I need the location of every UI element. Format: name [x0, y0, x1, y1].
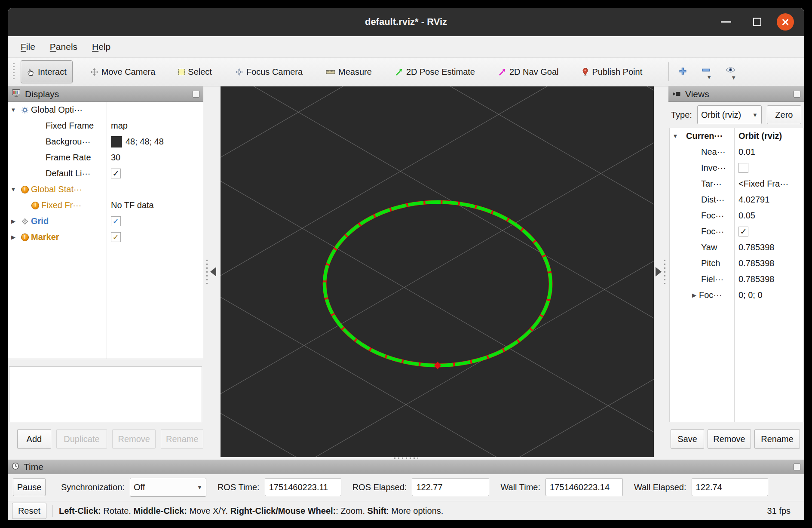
remove-tool-button[interactable]: ▼: [700, 64, 712, 80]
checkbox-unchecked[interactable]: [738, 163, 748, 173]
collapse-arrow-icon[interactable]: ▼: [670, 133, 681, 139]
expand-arrow-icon[interactable]: ▶: [8, 234, 19, 240]
tree-row-invert-z[interactable]: Inve···: [670, 160, 803, 176]
chevron-down-icon[interactable]: ▼: [731, 76, 736, 80]
tool-measure[interactable]: Measure: [320, 60, 377, 83]
tool-focus-camera[interactable]: Focus Camera: [230, 60, 308, 83]
tree-row-default-light[interactable]: Default Li··· ✓: [8, 166, 203, 181]
checkbox-checked[interactable]: ✓: [111, 216, 121, 226]
tool-visibility-button[interactable]: ▼: [725, 64, 736, 80]
tree-row-pitch[interactable]: Pitch 0.785398: [670, 255, 803, 271]
remove-view-button[interactable]: Remove: [708, 429, 751, 449]
prop-value[interactable]: 30: [107, 153, 120, 163]
collapse-left-arrow[interactable]: [210, 267, 216, 276]
minimize-button[interactable]: [721, 21, 731, 23]
column-divider[interactable]: [734, 128, 735, 422]
expand-arrow-icon[interactable]: ▶: [689, 292, 699, 298]
menu-panels[interactable]: Panels: [50, 42, 77, 52]
tree-row-focal-size[interactable]: Foc··· 0.05: [670, 208, 803, 224]
sync-combo[interactable]: Off ▼: [130, 478, 206, 497]
tree-row-global-status[interactable]: ▼ ! Global Stat···: [8, 181, 203, 197]
expand-arrow-icon[interactable]: ▶: [8, 218, 19, 224]
panel-header-box[interactable]: [794, 91, 800, 98]
pause-button[interactable]: Pause: [13, 478, 46, 496]
checkbox-checked[interactable]: ✓: [738, 227, 748, 236]
tree-row-target-frame[interactable]: Tar··· <Fixed Fra···: [670, 176, 803, 192]
view-type-combo[interactable]: Orbit (rviz) ▼: [697, 105, 762, 124]
tree-row-distance[interactable]: Dist··· 4.02791: [670, 192, 803, 208]
tree-row-global-options[interactable]: ▼ Global Opti···: [8, 102, 203, 118]
tree-row-fixed-frame-status[interactable]: ! Fixed Fr··· No TF data: [8, 197, 203, 213]
ros-elapsed-field[interactable]: 122.77: [412, 478, 489, 496]
tool-interact[interactable]: Interact: [21, 60, 73, 83]
rename-view-button[interactable]: Rename: [754, 429, 800, 449]
wall-elapsed-field[interactable]: 122.74: [692, 478, 768, 496]
zero-button[interactable]: Zero: [767, 105, 801, 124]
duplicate-button[interactable]: Duplicate: [56, 429, 107, 449]
prop-value[interactable]: 0; 0; 0: [734, 290, 763, 300]
column-divider[interactable]: [107, 102, 107, 359]
checkbox-checked[interactable]: ✓: [111, 232, 121, 242]
tree-row-marker[interactable]: ▶ ! Marker ✓: [8, 229, 203, 245]
reset-button[interactable]: Reset: [12, 503, 46, 519]
prop-value[interactable]: 0.785398: [734, 274, 774, 284]
tool-2d-pose-estimate[interactable]: 2D Pose Estimate: [389, 60, 481, 83]
tree-row-grid[interactable]: ▶ Grid ✓: [8, 213, 203, 229]
tree-row-near-clip[interactable]: Nea··· 0.01: [670, 144, 803, 160]
green-arrow-icon: [395, 68, 403, 76]
add-tool-button[interactable]: [678, 64, 687, 77]
render-viewport[interactable]: [221, 86, 654, 457]
tool-publish-point[interactable]: Publish Point: [576, 60, 648, 83]
tree-row-focal-shape[interactable]: Foc··· ✓: [670, 224, 803, 239]
prop-value[interactable]: 0.01: [734, 147, 755, 157]
maximize-button[interactable]: [753, 18, 761, 26]
tree-row-yaw[interactable]: Yaw 0.785398: [670, 239, 803, 255]
panel-header-box[interactable]: [193, 91, 199, 98]
prop-name: Global Stat···: [31, 184, 82, 194]
prop-value[interactable]: 0.05: [734, 211, 755, 221]
checkbox-checked[interactable]: ✓: [111, 169, 121, 178]
tree-row-focal-point[interactable]: ▶ Foc··· 0; 0; 0: [670, 287, 803, 303]
menu-file[interactable]: File: [21, 42, 35, 52]
prop-value[interactable]: 48; 48; 48: [126, 137, 164, 147]
prop-value[interactable]: 0.785398: [734, 258, 774, 268]
tree-row-current-view[interactable]: ▼ Curren··· Orbit (rviz): [670, 128, 803, 144]
window-title: default.rviz* - RViz: [8, 8, 804, 36]
prop-value[interactable]: map: [107, 121, 128, 131]
remove-button[interactable]: Remove: [112, 429, 156, 449]
close-button[interactable]: [777, 13, 794, 31]
wall-time-field[interactable]: 1751460223.14: [545, 478, 623, 496]
prop-name: Fixed Fr···: [41, 200, 81, 210]
add-button[interactable]: Add: [17, 429, 51, 449]
tree-row-frame-rate[interactable]: Frame Rate 30: [8, 150, 203, 166]
tree-row-background-color[interactable]: Backgrou··· 48; 48; 48: [8, 134, 203, 150]
tool-select[interactable]: Select: [173, 60, 218, 83]
tool-move-camera[interactable]: Move Camera: [85, 60, 161, 83]
collapse-arrow-icon[interactable]: ▼: [8, 107, 19, 113]
type-label: Type:: [671, 110, 692, 120]
toolbar-drag-handle[interactable]: [13, 63, 15, 80]
prop-value[interactable]: 0.785398: [734, 243, 774, 252]
tree-row-fixed-frame[interactable]: Fixed Frame map: [8, 118, 203, 134]
menu-help[interactable]: Help: [92, 42, 110, 52]
prop-name: Fixed Frame: [46, 121, 94, 131]
prop-value[interactable]: <Fixed Fra···: [734, 179, 788, 189]
tree-row-field-of-view[interactable]: Fiel··· 0.785398: [670, 271, 803, 287]
left-splitter[interactable]: [203, 86, 221, 457]
rename-button[interactable]: Rename: [161, 429, 203, 449]
save-view-button[interactable]: Save: [671, 429, 704, 449]
chevron-down-icon[interactable]: ▼: [706, 75, 712, 80]
color-swatch[interactable]: [111, 136, 122, 147]
wall-elapsed-label: Wall Elapsed:: [634, 482, 686, 492]
right-splitter[interactable]: [654, 86, 668, 457]
prop-name: Foc···: [699, 290, 722, 300]
prop-value[interactable]: 4.02791: [734, 195, 769, 205]
splitter-handle-dots: [664, 260, 665, 284]
bottom-splitter[interactable]: [8, 457, 804, 460]
collapse-right-arrow[interactable]: [656, 267, 662, 276]
rviz-window: default.rviz* - RViz File Panels Help In…: [8, 8, 804, 520]
ros-time-field[interactable]: 1751460223.11: [265, 478, 341, 496]
collapse-arrow-icon[interactable]: ▼: [8, 186, 19, 193]
tool-2d-nav-goal[interactable]: 2D Nav Goal: [493, 60, 564, 83]
panel-header-box[interactable]: [794, 464, 800, 470]
